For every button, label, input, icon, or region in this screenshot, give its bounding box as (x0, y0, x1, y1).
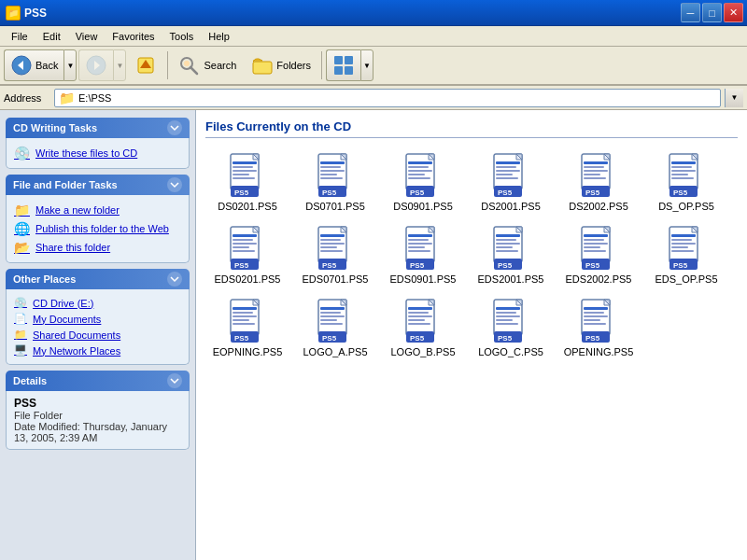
svg-rect-120 (584, 246, 600, 248)
left-panel: CD Writing Tasks 💿 Write these files to … (0, 110, 196, 560)
file-icon: PS5 (313, 152, 358, 199)
back-icon (10, 54, 33, 77)
file-item[interactable]: PS5 DS0701.PS5 (293, 147, 377, 217)
file-item[interactable]: PS5 OPENING.PS5 (557, 293, 641, 362)
file-icon: PS5 (225, 225, 270, 272)
title-controls: ─ □ ✕ (681, 3, 743, 22)
file-label: EOPNING.PS5 (213, 346, 283, 357)
menu-favorites[interactable]: Favorites (105, 29, 162, 44)
file-item[interactable]: PS5 EDS0201.PS5 (205, 220, 289, 289)
menu-edit[interactable]: Edit (35, 29, 68, 44)
file-item[interactable]: PS5 LOGO_C.PS5 (469, 293, 553, 362)
minimize-button[interactable]: ─ (681, 3, 700, 22)
forward-main[interactable] (78, 49, 113, 81)
file-icon: PS5 (401, 152, 445, 199)
network-places-item[interactable]: 🖥️ My Network Places (14, 343, 181, 358)
file-area: Files Currently on the CD PS5 DS0201.PS5 (196, 110, 747, 560)
search-button[interactable]: Search (172, 49, 243, 81)
menu-help[interactable]: Help (201, 29, 237, 44)
other-places-header[interactable]: Other Places (6, 269, 190, 289)
views-button[interactable]: ▼ (326, 49, 374, 81)
forward-button[interactable]: ▼ (78, 49, 126, 81)
details-collapse[interactable] (167, 373, 182, 388)
svg-text:PS5: PS5 (234, 261, 249, 270)
svg-rect-141 (233, 323, 255, 325)
file-item[interactable]: PS5 DS_OP.PS5 (644, 147, 728, 217)
forward-arrow[interactable]: ▼ (113, 49, 126, 81)
svg-rect-179 (584, 315, 608, 317)
views-main[interactable] (326, 49, 360, 81)
file-item[interactable]: PS5 EDS_OP.PS5 (644, 220, 728, 289)
file-folder-collapse[interactable] (167, 177, 182, 192)
publish-web-item[interactable]: 🌐 Publish this folder to the Web (14, 219, 181, 238)
svg-rect-49 (496, 170, 520, 172)
folders-button[interactable]: Folders (245, 49, 317, 81)
file-item[interactable]: PS5 EDS2001.PS5 (469, 220, 553, 289)
back-main[interactable]: Back (4, 49, 63, 81)
file-icon: PS5 (664, 225, 709, 272)
new-folder-item[interactable]: 📁 Make a new folder (14, 201, 181, 219)
svg-rect-89 (320, 243, 345, 245)
svg-rect-39 (408, 170, 432, 172)
file-item[interactable]: PS5 LOGO_A.PS5 (293, 293, 377, 362)
file-icon: PS5 (488, 152, 533, 199)
address-label: Address (4, 92, 50, 104)
maximize-button[interactable]: □ (702, 3, 722, 22)
file-item[interactable]: PS5 DS0201.PS5 (205, 147, 289, 217)
file-item[interactable]: PS5 DS2002.PS5 (557, 147, 641, 217)
svg-rect-149 (320, 315, 345, 317)
svg-rect-28 (320, 166, 341, 168)
up-button[interactable] (128, 49, 163, 81)
share-folder-item[interactable]: 📂 Share this folder (14, 238, 181, 257)
svg-rect-167 (496, 307, 520, 310)
other-places-collapse[interactable] (167, 272, 182, 287)
share-folder-label: Share this folder (35, 242, 110, 253)
cd-drive-item[interactable]: 💿 CD Drive (E:) (14, 295, 181, 311)
menu-file[interactable]: File (4, 29, 35, 44)
svg-rect-139 (233, 315, 257, 317)
details-folder-name: PSS (14, 397, 181, 410)
folders-icon (251, 54, 274, 77)
file-item[interactable]: PS5 DS0901.PS5 (381, 147, 465, 217)
views-arrow[interactable]: ▼ (360, 49, 374, 81)
svg-rect-21 (233, 177, 255, 179)
file-folder-tasks-header[interactable]: File and Folder Tasks (6, 175, 190, 195)
svg-rect-90 (320, 246, 337, 248)
file-item[interactable]: PS5 DS2001.PS5 (469, 147, 553, 217)
svg-rect-37 (408, 161, 432, 164)
file-item[interactable]: PS5 EOPNING.PS5 (205, 293, 289, 362)
file-item[interactable]: PS5 EDS0901.PS5 (381, 220, 465, 289)
cd-write-item[interactable]: 💿 Write these files to CD (14, 144, 181, 162)
file-item[interactable]: PS5 LOGO_B.PS5 (381, 293, 465, 362)
svg-rect-77 (233, 234, 257, 237)
svg-rect-177 (584, 307, 608, 310)
svg-rect-131 (671, 250, 694, 252)
network-places-label: My Network Places (33, 345, 120, 357)
details-folder-type: File Folder (14, 410, 181, 421)
cd-tasks-title: CD Writing Tasks (13, 122, 97, 133)
close-button[interactable]: ✕ (724, 3, 743, 22)
my-documents-item[interactable]: 📄 My Documents (14, 311, 181, 327)
svg-text:PS5: PS5 (498, 189, 513, 197)
menu-tools[interactable]: Tools (162, 29, 202, 44)
back-button[interactable]: Back ▼ (4, 49, 77, 81)
svg-rect-180 (584, 319, 600, 321)
new-folder-icon: 📁 (14, 203, 30, 217)
cd-tasks-collapse[interactable] (167, 120, 182, 135)
address-dropdown[interactable]: ▼ (725, 89, 743, 107)
file-item[interactable]: PS5 EDS0701.PS5 (293, 220, 377, 289)
details-section: Details PSS File Folder Date Modified: T… (0, 371, 195, 450)
cd-tasks-header[interactable]: CD Writing Tasks (6, 118, 190, 138)
details-header[interactable]: Details (6, 371, 190, 391)
svg-rect-13 (345, 66, 353, 75)
menu-view[interactable]: View (68, 29, 106, 44)
file-icon: PS5 (401, 298, 445, 344)
address-input[interactable] (78, 92, 716, 104)
back-arrow[interactable]: ▼ (63, 49, 77, 81)
shared-documents-item[interactable]: 📁 Shared Documents (14, 327, 181, 343)
forward-icon (85, 54, 107, 77)
svg-rect-119 (584, 243, 608, 245)
file-item[interactable]: PS5 EDS2002.PS5 (557, 220, 641, 289)
file-label: EDS_OP.PS5 (655, 273, 717, 285)
svg-text:PS5: PS5 (410, 261, 425, 270)
